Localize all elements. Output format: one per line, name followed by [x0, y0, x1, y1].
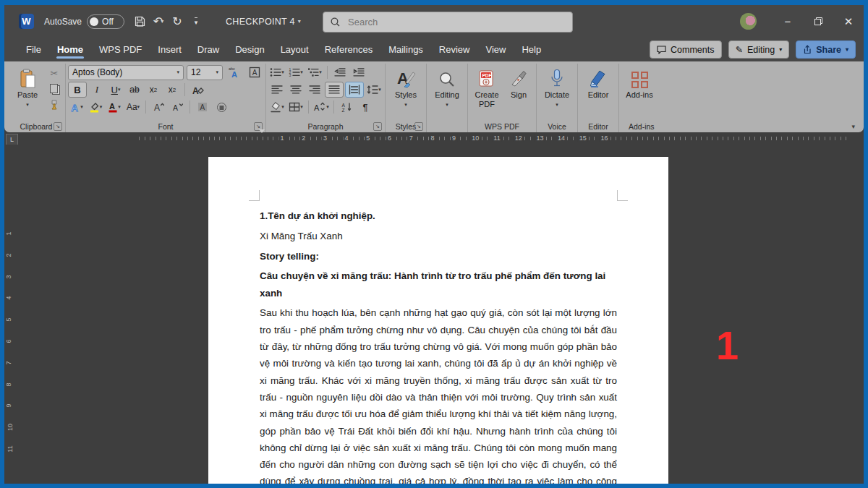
menu-tab-wps-pdf[interactable]: WPS PDF — [91, 38, 150, 61]
paste-button[interactable]: Paste ▾ — [9, 64, 46, 109]
chevron-down-icon[interactable]: ▾ — [300, 69, 303, 75]
create-pdf-button[interactable]: PDF Create PDF — [470, 64, 503, 109]
strikethrough-button[interactable]: ab — [126, 82, 143, 98]
show-hide-formatting-button[interactable]: ¶ — [357, 99, 374, 115]
editor-button[interactable]: Editor — [580, 64, 616, 100]
bullet-list-button[interactable]: ▾ — [268, 64, 286, 80]
font-size-combo[interactable]: 12▾ — [187, 65, 223, 80]
font-name-combo[interactable]: Aptos (Body)▾ — [68, 65, 184, 80]
menu-tab-references[interactable]: References — [317, 38, 380, 61]
sign-button[interactable]: Sign — [503, 64, 534, 100]
text-effects-button[interactable]: A ▾ — [68, 99, 85, 115]
menu-tab-insert[interactable]: Insert — [150, 38, 190, 61]
search-input[interactable] — [346, 16, 523, 28]
account-avatar[interactable] — [740, 13, 757, 30]
search-box[interactable] — [323, 12, 573, 33]
paragraph-dialog-launcher[interactable]: ↘ — [373, 122, 382, 131]
numbered-list-button[interactable]: 123 ▾ — [287, 64, 305, 80]
document-body[interactable]: 1.Tên dự án khởi nghiệp.Xi Măng Trấu Xan… — [260, 207, 617, 484]
styles-button[interactable]: A Styles ▾ — [388, 64, 424, 109]
save-button[interactable] — [130, 12, 149, 31]
editing-button[interactable]: Editing ▾ — [429, 64, 465, 109]
align-left-button[interactable] — [268, 82, 286, 98]
chevron-down-icon[interactable]: ▾ — [319, 69, 322, 75]
menu-tab-review[interactable]: Review — [431, 38, 478, 61]
comments-button[interactable]: Comments — [650, 40, 721, 59]
menu-tab-help[interactable]: Help — [514, 38, 549, 61]
autosave-toggle[interactable]: Off — [87, 14, 124, 29]
font-color-button[interactable]: A ▾ — [106, 99, 123, 115]
chevron-down-icon[interactable]: ▾ — [556, 100, 558, 109]
cut-button[interactable]: ✂ — [46, 65, 63, 81]
chevron-down-icon[interactable]: ▾ — [300, 104, 303, 110]
menu-tab-home[interactable]: Home — [49, 38, 91, 61]
vertical-ruler[interactable]: 1234567891011 — [4, 145, 19, 484]
clipboard-dialog-launcher[interactable]: ↘ — [54, 122, 62, 131]
align-center-button[interactable] — [287, 82, 305, 98]
document-page[interactable]: 1.Tên dự án khởi nghiệp.Xi Măng Trấu Xan… — [208, 157, 668, 484]
horizontal-ruler[interactable]: 12345678910111213141516 — [19, 132, 864, 145]
minimize-button[interactable]: − — [773, 5, 803, 38]
title-dropdown-icon[interactable]: ▾ — [298, 18, 301, 25]
dictate-button[interactable]: Dictate ▾ — [539, 64, 575, 109]
bold-button[interactable]: B — [68, 82, 87, 98]
chevron-down-icon[interactable]: ▾ — [137, 104, 140, 110]
chevron-down-icon[interactable]: ▾ — [100, 104, 103, 110]
word-logo-icon[interactable]: W — [19, 14, 34, 29]
chevron-down-icon[interactable]: ▾ — [326, 104, 329, 110]
italic-button[interactable]: I — [88, 82, 106, 98]
menu-tab-layout[interactable]: Layout — [273, 38, 317, 61]
chevron-down-icon[interactable]: ▾ — [281, 104, 284, 110]
chevron-down-icon[interactable]: ▾ — [80, 104, 83, 110]
subscript-button[interactable]: x2 — [145, 82, 162, 98]
close-button[interactable]: ✕ — [833, 5, 864, 38]
chevron-down-icon[interactable]: ▾ — [378, 87, 381, 93]
chevron-down-icon[interactable]: ▾ — [118, 87, 121, 93]
addins-button[interactable]: Add-ins — [621, 64, 658, 100]
share-button[interactable]: Share ▾ — [796, 40, 856, 59]
phonetic-guide-button[interactable]: abcA — [226, 64, 243, 80]
menu-tab-view[interactable]: View — [477, 38, 514, 61]
grow-font-button[interactable]: A — [150, 99, 167, 115]
format-painter-button[interactable] — [46, 97, 63, 113]
clear-formatting-button[interactable]: A — [189, 82, 206, 98]
enclose-characters-button[interactable] — [213, 99, 230, 115]
change-case-button[interactable]: Aa▾ — [124, 99, 142, 115]
menu-tab-design[interactable]: Design — [227, 38, 272, 61]
copy-button[interactable] — [46, 81, 63, 97]
underline-button[interactable]: U▾ — [107, 82, 124, 98]
character-border-button[interactable]: A — [246, 64, 263, 80]
line-spacing-button[interactable]: ▾ — [365, 82, 383, 98]
superscript-button[interactable]: x2 — [163, 82, 181, 98]
editing-mode-button[interactable]: ✎ Editing ▾ — [728, 40, 790, 59]
highlight-color-button[interactable]: ▾ — [87, 99, 104, 115]
undo-button[interactable]: ↶▾ — [149, 12, 168, 31]
align-right-button[interactable] — [306, 82, 323, 98]
styles-dialog-launcher[interactable]: ↘ — [414, 122, 423, 131]
document-title[interactable]: CHECKPOINT 4 ▾ — [226, 17, 301, 27]
chevron-down-icon[interactable]: ▾ — [281, 69, 284, 75]
borders-button[interactable]: ▾ — [287, 99, 305, 115]
redo-button[interactable]: ↻ — [168, 12, 187, 31]
shading-button[interactable]: ▾ — [268, 99, 286, 115]
document-area[interactable]: 1.Tên dự án khởi nghiệp.Xi Măng Trấu Xan… — [19, 145, 864, 484]
menu-tab-file[interactable]: File — [18, 38, 49, 61]
chevron-down-icon[interactable]: ▾ — [446, 100, 448, 109]
customize-quick-access-button[interactable]: ▾ — [187, 12, 205, 31]
decrease-indent-button[interactable] — [331, 64, 349, 80]
justify-button[interactable] — [325, 82, 344, 98]
chevron-down-icon[interactable]: ▾ — [118, 104, 121, 110]
chevron-down-icon[interactable]: ▾ — [404, 100, 407, 109]
increase-indent-button[interactable] — [350, 64, 367, 80]
distribute-text-button[interactable] — [345, 82, 364, 98]
character-shading-button[interactable]: A — [194, 99, 211, 115]
chevron-down-icon[interactable]: ▾ — [26, 100, 29, 109]
collapse-ribbon-button[interactable]: ▾ — [851, 123, 855, 130]
restore-button[interactable] — [803, 5, 833, 38]
undo-dropdown-icon[interactable]: ▾ — [161, 18, 163, 25]
multilevel-list-button[interactable]: ▾ — [306, 64, 323, 80]
tab-stop-selector[interactable]: L — [6, 134, 18, 145]
sort-button[interactable]: AZ — [338, 99, 355, 115]
menu-tab-draw[interactable]: Draw — [190, 38, 227, 61]
menu-tab-mailings[interactable]: Mailings — [380, 38, 431, 61]
